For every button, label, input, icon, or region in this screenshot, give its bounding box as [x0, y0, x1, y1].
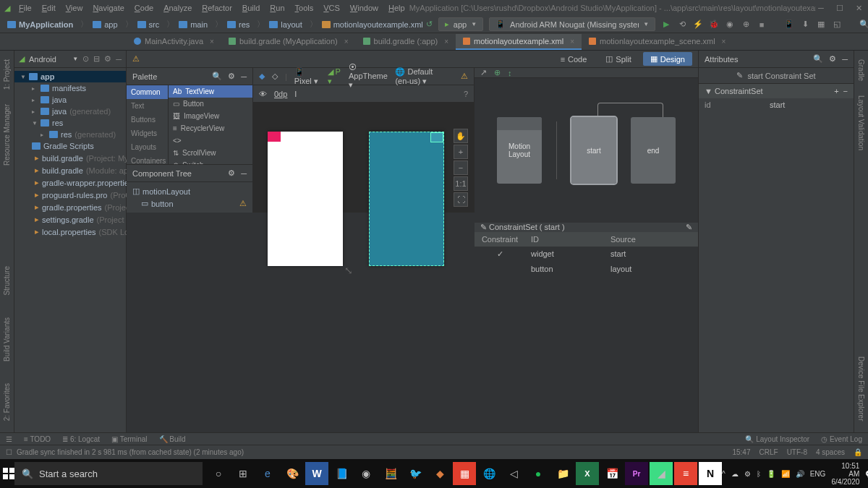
device-selector[interactable]: 📱Android ARM Nougat (Missing system imag…	[489, 17, 655, 31]
tree-item[interactable]: ▸manifests	[14, 82, 126, 94]
breadcrumb[interactable]: MyApplication〉app〉src〉main〉res〉layout〉mo…	[4, 19, 426, 30]
project-tool-tab[interactable]: 1: Project	[3, 55, 11, 94]
hide-icon[interactable]: ─	[116, 55, 122, 64]
menu-tools[interactable]: Tools	[291, 2, 318, 14]
tree-item[interactable]: ▸gradle-wrapper.properties	[14, 176, 126, 189]
battery-icon[interactable]: 🔋	[767, 470, 775, 478]
chrome-icon[interactable]: 🌐	[477, 462, 501, 485]
language-indicator[interactable]: ENG	[810, 470, 826, 478]
close-tab-icon[interactable]: ×	[722, 38, 726, 46]
create-click-icon[interactable]: ⊕	[494, 68, 501, 77]
menu-code[interactable]: Code	[130, 2, 158, 14]
avd-manager-icon[interactable]: 📱	[784, 20, 794, 30]
close-tab-icon[interactable]: ×	[344, 38, 349, 46]
blueprint-preview[interactable]	[369, 132, 444, 266]
menu-navigate[interactable]: Navigate	[88, 2, 128, 14]
menu-help[interactable]: Help	[384, 2, 409, 14]
settings-icon[interactable]: ⚙	[829, 54, 836, 64]
device-selector[interactable]: 📱 Pixel ▾	[294, 67, 320, 86]
resource-manager-icon[interactable]: ▦	[816, 20, 826, 30]
settings-icon[interactable]: ⚙	[228, 168, 235, 178]
onedrive-icon[interactable]: ☁	[731, 470, 739, 478]
editor-tab[interactable]: build.gradle (:app)×	[356, 34, 456, 50]
menu-vcs[interactable]: VCS	[319, 2, 344, 14]
design-view-button[interactable]: ▦Design	[643, 52, 692, 66]
close-tab-icon[interactable]: ×	[210, 38, 214, 46]
calculator-icon[interactable]: 🧮	[379, 462, 402, 485]
stop-button[interactable]: ■	[757, 20, 767, 30]
file-encoding[interactable]: UTF-8	[787, 448, 807, 456]
api-selector[interactable]: ◢ P ▾	[328, 67, 341, 86]
unity-icon[interactable]: ◁	[502, 462, 525, 485]
structure-tab[interactable]: Structure	[3, 262, 11, 300]
tree-item[interactable]: ▸build.gradle (Project: MyA	[14, 152, 126, 164]
create-transition-icon[interactable]: ↗	[480, 68, 487, 77]
palette-item[interactable]: AbTextView	[169, 85, 252, 98]
settings-icon[interactable]: ⚙	[104, 54, 111, 64]
end-constraintset-card[interactable]: end	[631, 117, 676, 184]
layout-inspector-link[interactable]: 🔍 Layout Inspector	[745, 435, 809, 443]
tree-item[interactable]: ▸build.gradle (Module: app)	[14, 164, 126, 176]
menu-view[interactable]: View	[61, 2, 88, 14]
menu-build[interactable]: Build	[238, 2, 264, 14]
notifications-icon[interactable]: 💬	[865, 470, 868, 478]
debug-button[interactable]: 🐞	[709, 20, 719, 30]
design-surface[interactable]: ◆ ◇ | 📱 Pixel ▾ ◢ P ▾ ⦿ AppTheme ▾ 🌐 Def…	[253, 68, 474, 213]
code-view-button[interactable]: ≡Code	[553, 53, 595, 66]
tree-item[interactable]: Gradle Scripts	[14, 140, 126, 152]
tree-item[interactable]: ▸proguard-rules.pro (ProGu	[14, 189, 126, 201]
notion-icon[interactable]: N	[699, 462, 722, 485]
search-icon[interactable]: 🔍	[813, 54, 823, 64]
palette-category[interactable]: Widgets	[127, 127, 168, 140]
minimize-button[interactable]: ─	[816, 3, 826, 13]
motion-layout-card[interactable]: Motion Layout	[497, 117, 542, 184]
design-preview[interactable]: ⤡	[268, 132, 343, 266]
device-file-explorer-tab[interactable]: Device File Explorer	[857, 352, 865, 425]
tree-item[interactable]: ▼res	[14, 117, 126, 129]
warnings-icon[interactable]: ⚠	[461, 72, 468, 81]
breadcrumb-item[interactable]: 〉res	[210, 19, 252, 30]
taskbar-clock[interactable]: 10:51 AM 6/4/2020	[831, 462, 859, 486]
tray-chevron-icon[interactable]: ^	[722, 470, 726, 478]
tray-icon[interactable]: ⚙	[744, 470, 751, 478]
apply-code-icon[interactable]: ⚡	[693, 20, 703, 30]
steam-icon[interactable]: ◉	[354, 462, 378, 485]
word-icon[interactable]: W	[305, 462, 328, 485]
locale-selector[interactable]: 🌐 Default (en-us) ▾	[395, 67, 446, 86]
palette-category[interactable]: Text	[127, 99, 168, 113]
explorer-icon[interactable]: 📁	[551, 462, 574, 485]
module-selector[interactable]: ▸app▼	[438, 17, 483, 31]
edit-icon[interactable]: ✎	[686, 223, 692, 232]
sync-icon[interactable]: ↺	[426, 20, 433, 29]
terminal-tab[interactable]: ▣ Terminal	[111, 435, 147, 443]
editor-tab[interactable]: build.gradle (MyApplication)×	[221, 34, 356, 50]
palette-item[interactable]: ⊙Switch	[169, 159, 252, 164]
collapse-all-icon[interactable]: ⊟	[93, 54, 100, 64]
close-tab-icon[interactable]: ×	[444, 38, 448, 46]
editor-tab[interactable]: motionlayoutexample_scene.xml×	[582, 34, 733, 50]
palette-category[interactable]: Common	[127, 85, 168, 99]
run-button[interactable]: ▶	[661, 20, 671, 30]
calendar-icon[interactable]: 📅	[600, 462, 624, 485]
start-constraintset-card[interactable]: start	[571, 117, 616, 184]
todoist-icon[interactable]: ≡	[674, 462, 697, 485]
remove-attr-icon[interactable]: −	[843, 87, 848, 95]
pan-tool-icon[interactable]: ◇	[272, 72, 278, 81]
premiere-icon[interactable]: Pr	[625, 462, 648, 485]
palette-category[interactable]: Containers	[127, 154, 168, 164]
bluetooth-icon[interactable]: ᛒ	[757, 470, 761, 478]
hide-icon[interactable]: ─	[241, 169, 247, 178]
breadcrumb-item[interactable]: MyApplication	[4, 20, 76, 29]
app-icon[interactable]: ▦	[453, 462, 476, 485]
settings-icon[interactable]: ⚙	[228, 72, 235, 81]
zoom-in-button[interactable]: +	[454, 145, 468, 159]
menu-window[interactable]: Window	[346, 2, 383, 14]
menu-edit[interactable]: Edit	[38, 2, 60, 14]
indent-info[interactable]: 4 spaces	[816, 448, 845, 456]
palette-item[interactable]: 🖼ImageView	[169, 110, 252, 122]
wifi-icon[interactable]: 📶	[781, 470, 790, 478]
select-tool-icon[interactable]: ◆	[259, 72, 265, 81]
close-tab-icon[interactable]: ×	[570, 38, 574, 46]
close-button[interactable]: ✕	[854, 3, 864, 13]
warning-icon[interactable]: ⚠	[239, 199, 247, 208]
